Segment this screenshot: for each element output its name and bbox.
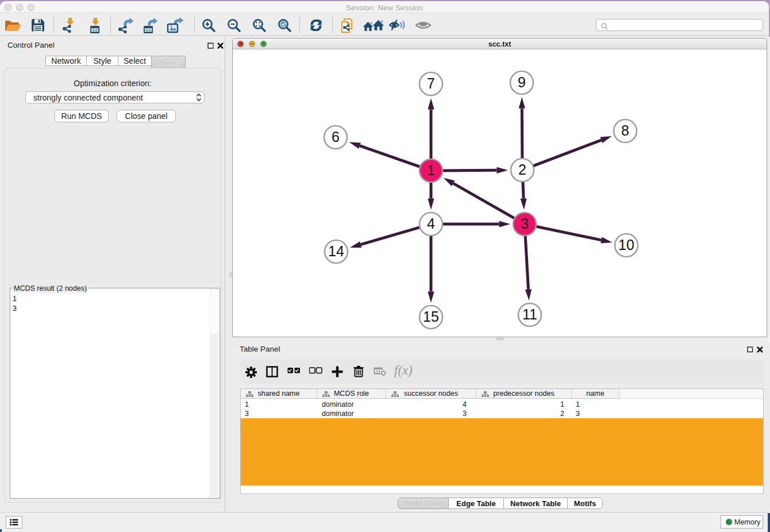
svg-text:3: 3 <box>521 215 529 232</box>
svg-text:15: 15 <box>423 309 439 325</box>
svg-text:2: 2 <box>518 161 526 178</box>
svg-text:4: 4 <box>427 215 435 232</box>
svg-text:9: 9 <box>518 74 526 90</box>
svg-text:1: 1 <box>427 162 435 178</box>
svg-text:7: 7 <box>427 75 435 91</box>
svg-text:10: 10 <box>618 237 634 253</box>
svg-text:6: 6 <box>332 129 340 145</box>
svg-text:11: 11 <box>522 306 537 322</box>
svg-text:8: 8 <box>621 122 629 138</box>
svg-text:14: 14 <box>328 243 344 259</box>
